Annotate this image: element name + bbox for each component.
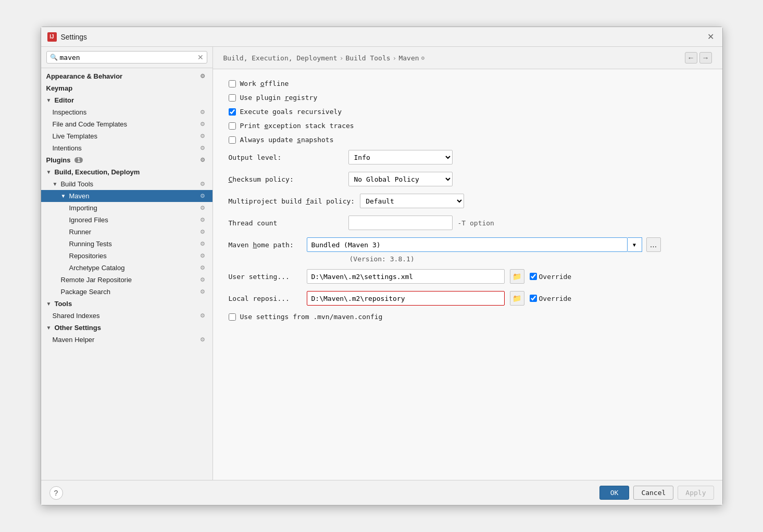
local-repo-override-checkbox[interactable] — [530, 295, 537, 302]
apply-button[interactable]: Apply — [678, 486, 714, 500]
sidebar-item-shared-indexes[interactable]: Shared Indexes ⚙ — [41, 310, 212, 322]
sidebar-item-file-code-templates[interactable]: File and Code Templates ⚙ — [41, 118, 212, 130]
settings-icon: ⚙ — [200, 252, 207, 260]
expand-arrow: ▼ — [46, 169, 52, 175]
user-settings-label: User setting... — [229, 273, 302, 281]
help-button[interactable]: ? — [49, 486, 63, 500]
sidebar-item-maven[interactable]: ▼ Maven ⚙ — [41, 190, 212, 202]
sidebar-item-intentions[interactable]: Intentions ⚙ — [41, 142, 212, 154]
breadcrumb: Build, Execution, Deployment › Build Too… — [223, 54, 425, 62]
sidebar-item-build-tools[interactable]: ▼ Build Tools ⚙ — [41, 178, 212, 190]
app-icon: IJ — [47, 32, 57, 42]
window-title: Settings — [61, 33, 87, 41]
maven-home-browse-button[interactable]: … — [646, 237, 661, 252]
panel-body: Work offline Use plugin registry Execute… — [213, 69, 722, 480]
use-plugin-registry-checkbox[interactable] — [229, 94, 236, 102]
back-button[interactable]: ← — [685, 52, 697, 64]
sidebar-item-editor[interactable]: ▼ Editor — [41, 94, 212, 106]
always-update-row: Always update snapshots — [229, 136, 707, 144]
use-mvn-config-checkbox[interactable] — [229, 313, 236, 321]
local-repo-row: Local reposi... 📁 Override — [229, 291, 707, 306]
settings-icon: ⚙ — [200, 193, 207, 200]
local-repo-browse-button[interactable]: 📁 — [510, 291, 524, 306]
print-exception-checkbox[interactable] — [229, 122, 236, 130]
maven-version: (Version: 3.8.1) — [349, 255, 707, 263]
maven-home-label: Maven home path: — [229, 241, 302, 249]
user-settings-browse-button[interactable]: 📁 — [510, 269, 524, 284]
expand-arrow: ▼ — [46, 301, 52, 307]
checksum-policy-row: Checksum policy: No Global Policy Fail W… — [229, 172, 707, 186]
title-bar-left: IJ Settings — [47, 32, 87, 42]
search-input[interactable] — [60, 54, 195, 61]
sidebar-item-keymap[interactable]: Keymap — [41, 82, 212, 94]
user-settings-override-checkbox[interactable] — [530, 273, 537, 280]
ok-button[interactable]: OK — [599, 486, 630, 500]
settings-icon: ⚙ — [200, 133, 207, 140]
sidebar-item-appearance[interactable]: Appearance & Behavior ⚙ — [41, 70, 212, 82]
search-box: 🔍 ✕ — [41, 47, 212, 68]
settings-icon: ⚙ — [200, 276, 207, 284]
work-offline-label: Work offline — [240, 80, 289, 87]
checksum-policy-label: Checksum policy: — [229, 175, 343, 183]
settings-icon: ⚙ — [200, 121, 207, 128]
plugins-badge: 1 — [74, 157, 83, 163]
local-repo-override-group: Override — [530, 295, 572, 302]
sidebar-item-other-settings[interactable]: ▼ Other Settings — [41, 322, 212, 334]
sidebar-item-ignored-files[interactable]: Ignored Files ⚙ — [41, 214, 212, 226]
maven-home-row: Maven home path: ▼ … — [229, 237, 707, 252]
sidebar-item-tools[interactable]: ▼ Tools — [41, 298, 212, 310]
use-plugin-registry-row: Use plugin registry — [229, 94, 707, 102]
sidebar: 🔍 ✕ Appearance & Behavior ⚙ Keymap ▼ Edi… — [41, 47, 213, 480]
maven-home-input[interactable] — [307, 237, 628, 252]
always-update-checkbox[interactable] — [229, 136, 236, 144]
checksum-policy-select[interactable]: No Global Policy Fail Warn Ignore — [348, 172, 453, 186]
sidebar-item-plugins[interactable]: Plugins 1 ⚙ — [41, 154, 212, 166]
settings-icon: ⚙ — [200, 312, 207, 320]
local-repo-input[interactable] — [307, 291, 505, 306]
output-level-select[interactable]: Info Debug Warning Error — [348, 150, 453, 164]
sidebar-item-runner[interactable]: Runner ⚙ — [41, 226, 212, 238]
settings-window: IJ Settings ✕ 🔍 ✕ Appearance & Behavior … — [41, 27, 723, 505]
multiproject-policy-select[interactable]: Default Fail at end Never fail Fail fast — [360, 194, 464, 208]
close-button[interactable]: ✕ — [706, 32, 716, 42]
sidebar-item-maven-helper[interactable]: Maven Helper ⚙ — [41, 334, 212, 346]
thread-count-input[interactable] — [348, 216, 453, 230]
user-settings-override-label: Override — [539, 273, 572, 281]
sidebar-item-inspections[interactable]: Inspections ⚙ — [41, 106, 212, 118]
print-exception-label: Print exception stack traces — [240, 122, 354, 130]
expand-arrow: ▼ — [46, 325, 52, 331]
search-wrapper[interactable]: 🔍 ✕ — [46, 51, 207, 64]
cancel-button[interactable]: Cancel — [633, 486, 673, 500]
settings-icon: ⚙ — [200, 264, 207, 272]
sidebar-item-remote-jar[interactable]: Remote Jar Repositorie ⚙ — [41, 274, 212, 286]
sidebar-item-archetype-catalog[interactable]: Archetype Catalog ⚙ — [41, 262, 212, 274]
work-offline-checkbox[interactable] — [229, 80, 236, 87]
settings-icon: ⚙ — [200, 240, 207, 248]
title-bar: IJ Settings ✕ — [41, 27, 722, 47]
thread-count-row: Thread count -T option — [229, 216, 707, 230]
always-update-label: Always update snapshots — [240, 136, 334, 144]
sidebar-item-importing[interactable]: Importing ⚙ — [41, 202, 212, 214]
clear-search-button[interactable]: ✕ — [197, 53, 204, 61]
main-content: 🔍 ✕ Appearance & Behavior ⚙ Keymap ▼ Edi… — [41, 47, 722, 480]
user-settings-input[interactable] — [307, 269, 505, 284]
bottom-bar: ? OK Cancel Apply — [41, 480, 722, 505]
multiproject-policy-label: Multiproject build fail policy: — [229, 197, 355, 205]
sidebar-item-build-exec[interactable]: ▼ Build, Execution, Deploym — [41, 166, 212, 178]
sidebar-item-live-templates[interactable]: Live Templates ⚙ — [41, 130, 212, 142]
maven-home-dropdown[interactable]: ▼ — [628, 237, 642, 252]
sidebar-item-repositories[interactable]: Repositories ⚙ — [41, 250, 212, 262]
use-plugin-registry-label: Use plugin registry — [240, 94, 318, 102]
local-repo-label: Local reposi... — [229, 295, 302, 302]
local-repo-override-label: Override — [539, 295, 572, 302]
forward-button[interactable]: → — [699, 52, 712, 64]
execute-goals-checkbox[interactable] — [229, 108, 236, 116]
sidebar-item-running-tests[interactable]: Running Tests ⚙ — [41, 238, 212, 250]
expand-arrow: ▼ — [53, 181, 58, 187]
settings-icon: ⚙ — [200, 205, 207, 212]
right-panel: Build, Execution, Deployment › Build Too… — [213, 47, 722, 480]
settings-icon: ⚙ — [200, 229, 207, 236]
breadcrumb-icon: ⚙ — [421, 55, 425, 61]
sidebar-item-package-search[interactable]: Package Search ⚙ — [41, 286, 212, 298]
work-offline-row: Work offline — [229, 80, 707, 87]
